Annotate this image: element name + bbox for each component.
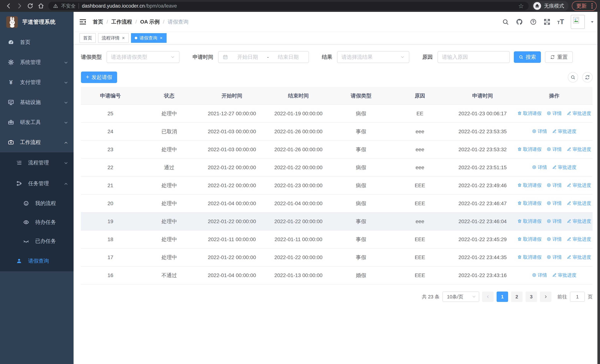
- approval-progress-link[interactable]: 审批进度: [567, 254, 591, 260]
- approval-progress-link[interactable]: 审批进度: [552, 164, 576, 170]
- sidebar-item-todo-tasks[interactable]: 待办任务: [0, 213, 74, 232]
- search-button[interactable]: 搜索: [514, 51, 541, 63]
- back-icon[interactable]: [3, 0, 14, 11]
- detail-link[interactable]: 详情: [547, 254, 562, 260]
- detail-link[interactable]: 详情: [547, 110, 562, 116]
- font-size-icon[interactable]: TT: [557, 18, 564, 26]
- detail-link[interactable]: 详情: [532, 128, 547, 134]
- page-button-2[interactable]: 2: [511, 291, 523, 302]
- tab-home[interactable]: 首页: [79, 33, 96, 43]
- select-placeholder: 请选择流结果: [341, 54, 400, 61]
- create-leave-button[interactable]: + 发起请假: [81, 72, 117, 83]
- sidebar-collapse-icon[interactable]: [79, 18, 86, 26]
- apply-time-range-picker[interactable]: 开始日期 - 结束日期: [218, 51, 309, 63]
- sidebar-item-task-mgmt[interactable]: 任务管理: [0, 173, 74, 194]
- tab-leave-query[interactable]: 请假查询: [131, 33, 167, 43]
- detail-link[interactable]: 详情: [547, 146, 562, 152]
- next-page-button[interactable]: [540, 291, 552, 302]
- cancel-leave-link[interactable]: 取消请假: [517, 182, 542, 188]
- forward-icon[interactable]: [14, 0, 25, 11]
- cancel-leave-link[interactable]: 取消请假: [517, 218, 542, 224]
- search-button-label: 搜索: [526, 54, 536, 61]
- approval-progress-link[interactable]: 审批进度: [567, 110, 591, 116]
- detail-target-icon: [547, 237, 551, 241]
- cancel-leave-link[interactable]: 取消请假: [517, 146, 542, 152]
- prev-page-button[interactable]: [482, 291, 494, 302]
- help-icon[interactable]: [530, 18, 537, 25]
- chevron-up-icon: [64, 180, 68, 187]
- detail-target-icon: [532, 273, 536, 277]
- cancel-leave-link[interactable]: 取消请假: [517, 254, 542, 260]
- detail-link[interactable]: 详情: [547, 236, 562, 242]
- approval-progress-link[interactable]: 审批进度: [567, 236, 591, 242]
- sidebar-item-my-process[interactable]: 我的流程: [0, 194, 74, 213]
- breadcrumb-workflow[interactable]: 工作流程: [111, 18, 132, 25]
- browser-update-button[interactable]: 更新: [572, 1, 597, 11]
- approval-progress-link[interactable]: 审批进度: [552, 128, 576, 134]
- result-select[interactable]: 请选择流结果: [337, 51, 409, 63]
- browser-menu-icon[interactable]: [590, 3, 594, 9]
- pen-icon: [567, 201, 571, 205]
- browser-scrollbar[interactable]: [597, 12, 600, 364]
- gear-icon: [7, 59, 14, 65]
- fullscreen-icon[interactable]: [544, 18, 551, 25]
- pen-icon: [567, 183, 571, 187]
- close-icon[interactable]: [122, 36, 125, 40]
- sidebar-item-home[interactable]: 首页: [0, 32, 74, 52]
- chevron-down-icon[interactable]: [590, 20, 594, 24]
- reload-icon[interactable]: [25, 0, 36, 11]
- sidebar-item-devtools[interactable]: 研发工具: [0, 112, 74, 132]
- close-icon[interactable]: [159, 36, 163, 40]
- leave-type-select[interactable]: 请选择请假类型: [107, 51, 179, 63]
- breadcrumb-oa-example[interactable]: OA 示例: [140, 18, 160, 25]
- reset-button[interactable]: 重置: [545, 51, 573, 63]
- detail-link[interactable]: 详情: [547, 182, 562, 188]
- sidebar-item-done-tasks[interactable]: 已办任务: [0, 232, 74, 251]
- page-size-select[interactable]: 10条/页: [442, 291, 479, 302]
- cancel-leave-link[interactable]: 取消请假: [517, 236, 542, 242]
- table-refresh-button[interactable]: [582, 72, 593, 83]
- table-row: 17处理中 2022-01-22 00:00:002022-01-22 00:0…: [81, 248, 593, 266]
- table-search-toggle-button[interactable]: [568, 72, 578, 83]
- sidebar-item-label: 流程管理: [28, 159, 49, 166]
- approval-progress-link[interactable]: 审批进度: [567, 200, 591, 206]
- breadcrumb-home[interactable]: 首页: [93, 18, 103, 25]
- detail-link[interactable]: 详情: [547, 218, 562, 224]
- calendar-icon: [223, 54, 228, 60]
- sidebar-item-label: 系统管理: [20, 59, 41, 66]
- approval-progress-link[interactable]: 审批进度: [567, 218, 591, 224]
- reason-input[interactable]: 请输入原因: [438, 51, 510, 63]
- goto-label: 前往: [557, 294, 567, 300]
- home-icon[interactable]: [36, 0, 46, 11]
- cancel-leave-link[interactable]: 取消请假: [517, 110, 542, 116]
- chevron-right-icon: [544, 295, 548, 299]
- sidebar-item-label: 首页: [20, 39, 30, 46]
- sidebar-item-system[interactable]: 系统管理: [0, 52, 74, 72]
- cancel-leave-link[interactable]: 取消请假: [517, 200, 542, 206]
- approval-progress-link[interactable]: 审批进度: [567, 146, 591, 152]
- sidebar-item-payment[interactable]: ¥ 支付管理: [0, 72, 74, 92]
- page-button-1[interactable]: 1: [497, 291, 508, 302]
- sidebar-item-process-mgmt[interactable]: 流程管理: [0, 152, 74, 173]
- detail-link[interactable]: 详情: [532, 272, 547, 278]
- avatar[interactable]: [571, 15, 585, 29]
- sidebar-item-label: 待办任务: [35, 219, 56, 226]
- approval-progress-link[interactable]: 审批进度: [552, 272, 576, 278]
- sidebar-item-workflow[interactable]: 工作流程: [0, 132, 74, 152]
- col-reason: 原因: [390, 87, 449, 104]
- page-button-3[interactable]: 3: [525, 291, 537, 302]
- github-icon[interactable]: [516, 18, 523, 26]
- pagination: 共 23 条 10条/页 1 2 3 前往 页: [81, 291, 593, 302]
- tab-process-detail[interactable]: 流程详情: [98, 33, 129, 43]
- bookmark-star-icon[interactable]: ☆: [518, 2, 524, 10]
- address-bar[interactable]: 不安全 dashboard.yudao.iocoder.cn/bpm/oa/le…: [48, 2, 529, 10]
- sidebar-item-leave-query[interactable]: 请假查询: [0, 251, 74, 271]
- app-logo[interactable]: 芋道管理系统: [0, 12, 74, 32]
- pen-icon: [567, 111, 571, 115]
- goto-page-input[interactable]: [570, 292, 585, 302]
- detail-link[interactable]: 详情: [547, 200, 562, 206]
- header-search-icon[interactable]: [502, 18, 509, 25]
- approval-progress-link[interactable]: 审批进度: [567, 182, 591, 188]
- detail-link[interactable]: 详情: [532, 164, 547, 170]
- sidebar-item-infra[interactable]: 基础设施: [0, 92, 74, 112]
